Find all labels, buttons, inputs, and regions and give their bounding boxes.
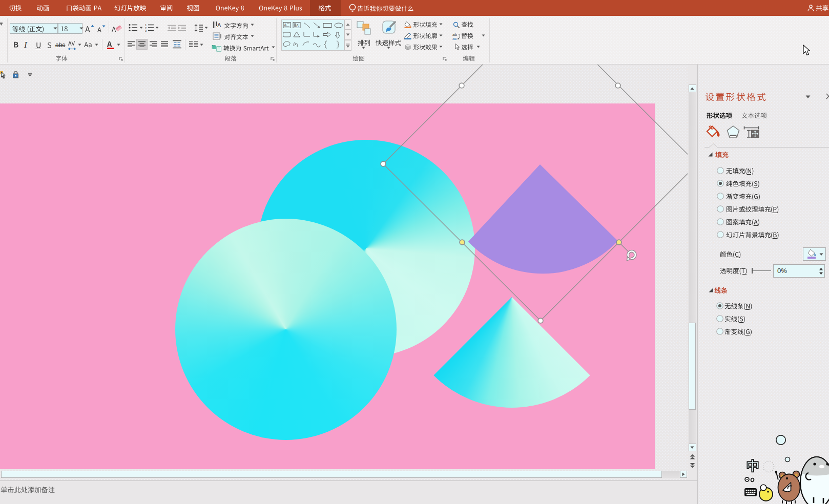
svg-text:ac: ac (452, 36, 457, 40)
svg-text:A: A (217, 22, 221, 28)
svg-text:A: A (296, 24, 299, 27)
svg-text:A: A (284, 23, 287, 27)
svg-text:3: 3 (145, 29, 147, 32)
